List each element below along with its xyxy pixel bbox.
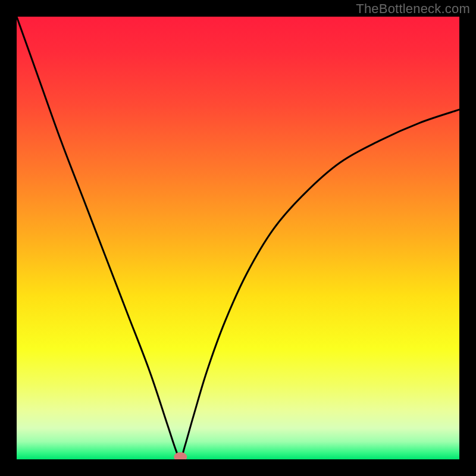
gradient-background	[17, 17, 459, 459]
plot-area	[17, 17, 459, 459]
chart-container: TheBottleneck.com	[0, 0, 476, 476]
watermark-text: TheBottleneck.com	[356, 1, 470, 17]
chart-svg	[17, 17, 459, 459]
